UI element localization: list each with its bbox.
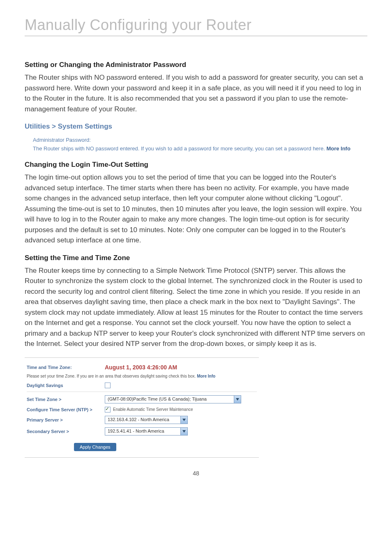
info-body: The Router ships with NO password entere…: [33, 145, 326, 152]
desc-text: Please set your time Zone. If you are in…: [27, 374, 197, 378]
label-daylight-savings: Daylight Savings: [27, 383, 105, 388]
value-current-time: August 1, 2003 4:26:00 AM: [105, 364, 177, 371]
heading-time-zone: Setting the Time and Time Zone: [25, 254, 367, 262]
label-configure-ntp: Configure Time Server (NTP) >: [27, 407, 105, 412]
panel-description: Please set your time Zone. If you are in…: [27, 374, 257, 378]
divider: [27, 392, 257, 392]
label-secondary-server: Secondary Server >: [27, 429, 105, 434]
select-time-zone[interactable]: (GMT-08:00)Pacific Time (US & Canada); T…: [105, 395, 241, 403]
apply-changes-button[interactable]: Apply Changes: [74, 443, 116, 451]
select-secondary-server[interactable]: 192.5.41.41 - North America: [105, 427, 188, 436]
label-enable-ntp: Enable Automatic Time Server Maintenance: [113, 407, 193, 412]
page-title: Manually Configuring your Router: [25, 16, 367, 36]
page-number: 48: [25, 470, 367, 477]
select-time-zone-value: (GMT-08:00)Pacific Time (US & Canada); T…: [105, 396, 234, 403]
heading-admin-password: Setting or Changing the Administrator Pa…: [25, 61, 367, 69]
info-text-admin-password: The Router ships with NO password entere…: [33, 145, 367, 152]
select-secondary-value: 192.5.41.41 - North America: [105, 428, 180, 435]
chevron-down-icon: [180, 416, 187, 424]
body-admin-password: The Router ships with NO password entere…: [25, 72, 367, 114]
chevron-down-icon: [234, 396, 241, 403]
label-time-and-zone: Time and Time Zone:: [27, 365, 105, 370]
checkbox-daylight-savings[interactable]: [105, 383, 111, 388]
body-time-zone: The Router keeps time by connecting to a…: [25, 265, 367, 349]
label-primary-server: Primary Server >: [27, 417, 105, 422]
heading-login-timeout: Changing the Login Time-Out Setting: [25, 161, 367, 169]
more-info-link-panel[interactable]: More Info: [197, 374, 215, 378]
label-set-time-zone: Set Time Zone >: [27, 397, 105, 402]
select-primary-server[interactable]: 132.163.4.102 - North America: [105, 416, 188, 424]
chevron-down-icon: [180, 428, 187, 435]
select-primary-value: 132.163.4.102 - North America: [105, 416, 180, 424]
body-login-timeout: The login time-out option allows you to …: [25, 172, 367, 246]
label-admin-password: Administrator Password:: [33, 137, 367, 143]
more-info-link[interactable]: More Info: [326, 145, 350, 152]
ui-title-utilities: Utilities > System Settings: [25, 122, 367, 131]
checkbox-enable-ntp[interactable]: [105, 407, 111, 413]
time-zone-panel: Time and Time Zone: August 1, 2003 4:26:…: [25, 357, 259, 458]
